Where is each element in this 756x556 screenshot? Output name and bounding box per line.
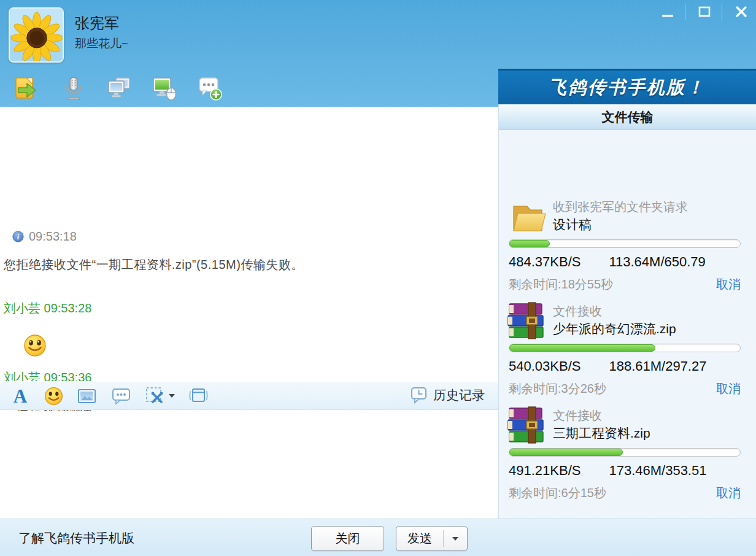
screen-share-icon [106,75,133,102]
promo-link[interactable]: 了解飞鸽传书手机版 [18,530,134,547]
winrar-archive-icon [506,302,547,340]
close-button[interactable] [728,2,755,21]
transfer-stats: 484.37KB/S 113.64M/650.79 [509,254,706,270]
close-button-label: 关闭 [336,530,360,547]
image-icon [77,386,97,406]
remote-desktop-icon [151,75,178,102]
send-options-button[interactable] [444,527,467,550]
maximize-icon [697,4,712,19]
window-controls-divider [685,4,685,20]
progress-fill [509,449,623,456]
minimize-button[interactable] [654,2,681,21]
cancel-transfer-link[interactable]: 取消 [716,485,741,501]
transfer-remaining-time: 剩余时间:18分55秒 [509,276,613,293]
status-bar: 了解飞鸽传书手机版 关闭 发送 [0,519,756,556]
section-title: 文件传输 [602,109,654,126]
window-controls-divider [722,4,722,20]
screenshot-icon [145,385,166,406]
transfer-label: 收到张宪军的文件夹请求 [553,199,688,215]
font-style-button[interactable]: A [10,385,31,406]
screenshot-button[interactable] [145,385,166,406]
format-toolbar: A [0,381,498,410]
message-input[interactable] [0,411,498,519]
transfer-size: 113.64M/650.79 [609,254,705,270]
chevron-down-icon [452,537,458,541]
screen-share-button[interactable] [106,75,133,102]
window-shake-button[interactable] [188,385,209,406]
winrar-archive-icon [506,406,547,444]
sunflower-avatar-image [10,9,63,61]
peer-signature: 那些花儿~ [75,36,128,52]
peer-name: 张宪军 [75,14,119,33]
transfer-name: 设计稿 [553,216,592,233]
banner-text: 飞鸽传书手机版！ [549,75,706,100]
transfer-name: 三期工程资料.zip [553,425,650,442]
new-group-chat-button[interactable] [196,75,223,102]
transfer-remaining-time: 剩余时间:3分26秒 [509,380,606,397]
progress-bar [509,448,741,457]
send-image-button[interactable] [76,385,97,406]
progress-fill [509,344,655,352]
transfer-speed: 484.37KB/S [509,254,580,270]
transfer-name: 少年派的奇幻漂流.zip [553,320,676,338]
send-button-label: 发送 [396,530,443,547]
history-button[interactable]: 历史记录 [410,386,485,404]
remote-assist-button[interactable] [151,75,178,102]
transfer-size: 188.61M/297.27 [609,358,706,374]
progress-bar [509,344,741,352]
transfer-stats: 540.03KB/S 188.61M/297.27 [509,358,706,374]
transfer-size: 173.46M/353.51 [609,463,706,479]
window-shake-icon [188,385,209,406]
emoji-picker-button[interactable] [43,385,64,406]
file-transfer-sidebar: 飞鸽传书手机版！ 文件传输 收到张宪军的文件夹请求 设计稿 484.37KB/S… [498,69,756,519]
font-icon: A [14,387,27,406]
file-transfer-section-header: 文件传输 [498,104,756,130]
message-mode-button[interactable] [110,385,131,406]
message-sender-time: 刘小芸 09:53:28 [4,300,91,317]
cancel-transfer-link[interactable]: 取消 [716,276,741,293]
minimize-icon [660,4,675,19]
transfer-speed: 540.03KB/S [509,358,580,374]
history-icon [410,386,428,404]
mobile-app-banner[interactable]: 飞鸽传书手机版！ [498,69,756,104]
emoji-icon [44,387,63,406]
transfer-list-panel: 收到张宪军的文件夹请求 设计稿 484.37KB/S 113.64M/650.7… [498,130,756,519]
transfer-label: 文件接收 [553,407,602,424]
message-plus-icon [196,75,223,102]
maximize-button[interactable] [691,2,718,21]
transfer-stats: 491.21KB/S 173.46M/353.51 [509,463,706,479]
voice-chat-button[interactable] [60,75,87,102]
history-label: 历史记录 [433,387,485,404]
transfer-speed: 491.21KB/S [509,463,580,479]
transfer-item: 文件接收 三期工程资料.zip 491.21KB/S 173.46M/353.5… [499,406,756,504]
progress-fill [509,240,550,247]
info-icon: i [12,231,24,242]
screenshot-dropdown-button[interactable] [167,385,177,406]
progress-bar [509,239,741,248]
transfer-label: 文件接收 [553,303,602,320]
send-file-button[interactable] [12,75,39,102]
svg-text:i: i [17,233,20,241]
close-icon [734,4,749,19]
system-message-text: 您拒绝接收文件“一期工程资料.zip”(5.15M)传输失败。 [4,257,482,273]
peer-avatar[interactable] [9,7,64,63]
system-message-header: i 09:53:18 [12,230,77,244]
transfer-item: 收到张宪军的文件夹请求 设计稿 484.37KB/S 113.64M/650.7… [499,198,756,296]
folder-icon [506,198,547,236]
chevron-down-icon [169,394,175,398]
transfer-item: 文件接收 少年派的奇幻漂流.zip 540.03KB/S 188.61M/297… [499,302,756,400]
smile-emoji [23,334,47,357]
close-chat-button[interactable]: 关闭 [311,526,384,551]
send-button[interactable]: 发送 [396,526,468,551]
cancel-transfer-link[interactable]: 取消 [716,380,741,397]
send-file-icon [12,75,39,102]
message-bubble-icon [111,386,131,406]
microphone-icon [60,75,87,102]
system-message-time: 09:53:18 [29,230,77,244]
transfer-remaining-time: 剩余时间:6分15秒 [509,485,606,501]
